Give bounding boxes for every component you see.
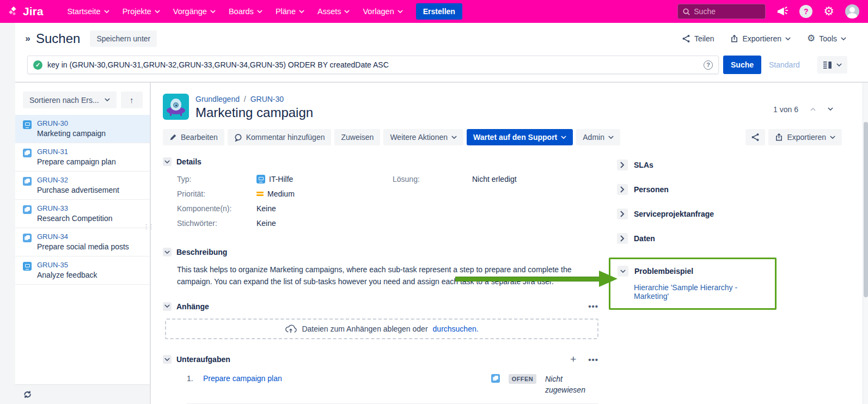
nav-item-vorgaenge[interactable]: Vorgänge bbox=[168, 4, 221, 19]
chevron-down-icon[interactable] bbox=[618, 266, 628, 277]
chevron-down-icon bbox=[105, 98, 110, 102]
query-text[interactable]: key in (GRUN-30,GRUN-31,GRUN-32,GRUN-33,… bbox=[47, 60, 699, 69]
query-help-icon[interactable]: ? bbox=[704, 60, 713, 70]
nav-item-assets[interactable]: Assets bbox=[312, 4, 356, 19]
panel-resize-handle[interactable]: ⋮⋮ bbox=[143, 223, 153, 230]
nav-item-projekte[interactable]: Projekte bbox=[117, 4, 166, 19]
subtask-link[interactable]: Prepare campaign plan bbox=[203, 374, 282, 383]
jql-query-input[interactable]: ✓ key in (GRUN-30,GRUN-31,GRUN-32,GRUN-3… bbox=[27, 56, 719, 74]
issue-list-item[interactable]: GRUN-33Research Competition bbox=[15, 200, 150, 228]
pager-count: 1 von 6 bbox=[773, 105, 798, 114]
subtask-type-icon bbox=[23, 205, 32, 214]
panel-section-slas[interactable]: SLAs bbox=[617, 160, 778, 170]
vertical-scrollbar[interactable] bbox=[863, 83, 868, 404]
left-rail bbox=[0, 23, 15, 404]
add-subtask-button[interactable]: + bbox=[570, 353, 576, 365]
issue-detail-view: Grundlegend / GRUN-30 Marketing campaign… bbox=[151, 83, 868, 404]
share-icon bbox=[751, 133, 760, 142]
subtasks-menu-button[interactable]: ••• bbox=[588, 355, 598, 364]
collapse-section-icon[interactable] bbox=[163, 248, 172, 256]
panel-section-problembeispiel[interactable]: Problembeispiel bbox=[618, 266, 769, 277]
browse-files-link[interactable]: durchsuchen. bbox=[433, 325, 479, 333]
create-button[interactable]: Erstellen bbox=[416, 3, 462, 20]
admin-dropdown[interactable]: Admin bbox=[576, 129, 620, 145]
detail-view-icon bbox=[823, 61, 832, 69]
collapse-filter-panel-button[interactable]: » bbox=[20, 33, 36, 44]
chevron-right-icon[interactable] bbox=[617, 233, 628, 244]
add-comment-button[interactable]: Kommentar hinzufügen bbox=[228, 129, 332, 145]
panel-section-daten[interactable]: Daten bbox=[617, 233, 778, 244]
chevron-down-icon bbox=[155, 10, 160, 14]
export-icon bbox=[730, 34, 738, 43]
share-button[interactable]: Teilen bbox=[682, 34, 714, 43]
issue-title: Marketing campaign bbox=[195, 105, 313, 120]
comment-bubble-icon bbox=[234, 133, 242, 142]
top-navigation: Jira Startseite Projekte Vorgänge Boards… bbox=[0, 0, 868, 23]
settings-gear-icon[interactable]: ⚙ bbox=[823, 5, 834, 17]
sort-direction-button[interactable]: ↑ bbox=[121, 91, 143, 108]
search-submit-button[interactable]: Suche bbox=[723, 56, 761, 74]
panel-section-serviceprojektanfrage[interactable]: Serviceprojektanfrage bbox=[617, 209, 778, 219]
help-icon[interactable]: ? bbox=[799, 5, 812, 18]
nav-item-startseite[interactable]: Startseite bbox=[62, 4, 114, 19]
scrollbar-thumb[interactable] bbox=[864, 122, 868, 297]
pencil-icon bbox=[169, 133, 177, 141]
chevron-down-icon bbox=[299, 10, 304, 14]
issue-list-item[interactable]: GRUN-32Purchase advertisement bbox=[15, 172, 150, 200]
nav-search-box[interactable] bbox=[677, 4, 766, 19]
details-section: Details Typ: IT-Hilfe bbox=[163, 157, 598, 234]
chevron-right-icon[interactable] bbox=[617, 209, 628, 219]
tools-dropdown[interactable]: ⚙ Tools bbox=[807, 33, 846, 45]
assign-button[interactable]: Zuweisen bbox=[334, 129, 380, 145]
issue-list-item[interactable]: GRUN-30Marketing campaign bbox=[15, 115, 150, 143]
more-actions-dropdown[interactable]: Weitere Aktionen bbox=[383, 129, 463, 145]
share-issue-button[interactable] bbox=[745, 129, 765, 145]
nav-item-vorlagen[interactable]: Vorlagen bbox=[357, 4, 408, 19]
export-issue-dropdown[interactable]: Exportieren bbox=[768, 129, 842, 145]
jira-search-screen: Jira Startseite Projekte Vorgänge Boards… bbox=[0, 0, 868, 404]
chevron-down-icon[interactable] bbox=[828, 107, 833, 111]
sort-dropdown[interactable]: Sortieren nach Ers... bbox=[23, 91, 117, 108]
collapse-section-icon[interactable] bbox=[163, 157, 172, 166]
standard-mode-link[interactable]: Standard bbox=[769, 60, 800, 69]
jira-logo-icon bbox=[8, 5, 20, 17]
issue-list-item[interactable]: GRUN-31Prepare campaign plan bbox=[15, 143, 150, 172]
breadcrumb-issue-link[interactable]: GRUN-30 bbox=[250, 95, 284, 103]
refresh-icon[interactable] bbox=[23, 390, 32, 399]
panel-section-personen[interactable]: Personen bbox=[617, 184, 778, 195]
project-avatar bbox=[163, 94, 189, 120]
chevron-down-icon bbox=[210, 10, 216, 14]
announcements-megaphone-icon[interactable] bbox=[777, 6, 788, 17]
page-title: Suchen bbox=[36, 31, 80, 46]
issue-list-item[interactable]: GRUN-35Analyze feedback bbox=[15, 256, 150, 285]
workflow-status-dropdown[interactable]: Wartet auf den Support bbox=[467, 129, 573, 145]
attachments-menu-button[interactable]: ••• bbox=[588, 302, 598, 311]
issue-list-item[interactable]: GRUN-34Prepare social media posts bbox=[15, 228, 150, 256]
chevron-right-icon[interactable] bbox=[617, 184, 628, 195]
collapse-section-icon[interactable] bbox=[163, 302, 172, 311]
nav-item-plaene[interactable]: Pläne bbox=[270, 4, 310, 19]
export-dropdown[interactable]: Exportieren bbox=[730, 34, 791, 43]
user-avatar[interactable] bbox=[845, 4, 859, 19]
search-header: » Suchen Speichern unter Teilen Exportie… bbox=[15, 23, 868, 82]
chevron-up-icon[interactable] bbox=[810, 107, 816, 111]
collapse-section-icon[interactable] bbox=[163, 355, 172, 364]
jira-logo[interactable]: Jira bbox=[8, 5, 43, 18]
chevron-right-icon[interactable] bbox=[617, 160, 628, 170]
chevron-down-icon bbox=[608, 136, 614, 139]
nav-search-input[interactable] bbox=[694, 7, 756, 16]
save-as-button[interactable]: Speichern unter bbox=[90, 30, 157, 47]
results-sidebar: Sortieren nach Ers... ↑ GRUN-30Marketing… bbox=[15, 83, 151, 404]
nav-item-boards[interactable]: Boards bbox=[223, 4, 268, 19]
breadcrumb-project-link[interactable]: Grundlegend bbox=[195, 95, 240, 103]
layout-switcher-button[interactable] bbox=[817, 56, 847, 74]
it-help-type-icon bbox=[23, 262, 32, 271]
jira-logo-text: Jira bbox=[23, 5, 43, 18]
attachment-dropzone[interactable]: Dateien zum Anhängen ablegen oder durchs… bbox=[165, 319, 598, 339]
breadcrumb: Grundlegend / GRUN-30 bbox=[195, 95, 313, 103]
edit-button[interactable]: Bearbeiten bbox=[163, 129, 224, 145]
issue-list: GRUN-30Marketing campaign GRUN-31Prepare… bbox=[15, 115, 150, 384]
arrow-up-icon: ↑ bbox=[130, 95, 134, 105]
hierarchy-link[interactable]: Hierarchie 'Sample Hierarchy - Marketing… bbox=[634, 283, 769, 301]
chevron-down-icon bbox=[398, 10, 403, 14]
